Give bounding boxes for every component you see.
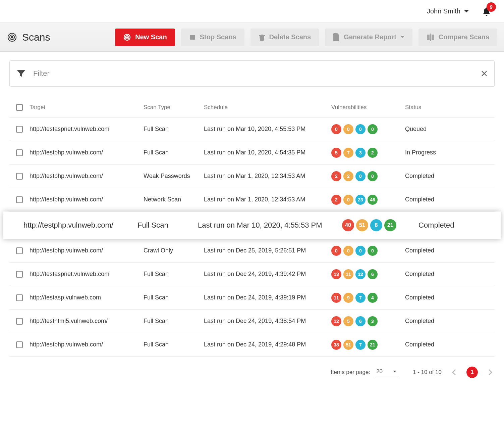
- cell-status: Completed: [405, 173, 495, 180]
- new-scan-button[interactable]: New Scan: [115, 29, 175, 46]
- compare-scans-button[interactable]: Compare Scans: [418, 29, 497, 46]
- cell-schedule: Last run on Mar 10, 2020, 4:54:35 PM: [204, 149, 331, 156]
- current-page-indicator[interactable]: 1: [466, 367, 478, 378]
- vuln-badge: 51: [343, 340, 353, 350]
- row-checkbox[interactable]: [16, 196, 23, 203]
- cell-status: Completed: [405, 271, 495, 278]
- vuln-badge: 21: [384, 219, 396, 231]
- row-checkbox[interactable]: [16, 318, 23, 325]
- cell-schedule: Last run on Dec 24, 2019, 4:39:42 PM: [204, 271, 331, 278]
- table-row[interactable]: http://testphp.vulnweb.com/Full ScanLast…: [9, 141, 495, 164]
- vuln-badge: 0: [331, 246, 341, 256]
- vuln-badge: 7: [343, 148, 353, 158]
- cell-schedule: Last run on Dec 24, 2019, 4:38:54 PM: [204, 318, 331, 325]
- compare-icon: [427, 34, 435, 41]
- cell-status: In Progress: [405, 149, 495, 156]
- cell-scan-type: Full Scan: [144, 149, 204, 156]
- items-per-page-select[interactable]: 20: [375, 368, 398, 377]
- vuln-badge: 6: [368, 269, 378, 279]
- scans-table: Target Scan Type Schedule Vulnerabilitie…: [9, 97, 495, 357]
- filter-input[interactable]: [33, 69, 477, 78]
- cell-schedule: Last run on Dec 25, 2019, 5:26:51 PM: [204, 247, 331, 254]
- table-row[interactable]: http://testhtml5.vulnweb.com/Full ScanLa…: [9, 310, 495, 333]
- cell-vulnerabilities: 11974: [331, 293, 405, 303]
- cell-scan-type: Weak Passwords: [144, 173, 204, 180]
- vuln-badge: 11: [331, 293, 341, 303]
- table-row[interactable]: http://testphp.vulnweb.com/Full ScanLast…: [9, 333, 495, 357]
- row-checkbox[interactable]: [16, 173, 23, 180]
- vuln-badge: 3: [355, 148, 366, 158]
- table-row[interactable]: http://testaspnet.vulnweb.comFull ScanLa…: [9, 263, 495, 286]
- vuln-badge: 5: [343, 316, 353, 326]
- generate-report-button[interactable]: Generate Report: [325, 29, 412, 46]
- vuln-badge: 0: [368, 246, 378, 256]
- top-bar: John Smith 9: [0, 0, 504, 23]
- vuln-badge: 0: [368, 171, 378, 181]
- close-icon: [481, 70, 488, 77]
- row-checkbox[interactable]: [16, 149, 23, 156]
- table-row[interactable]: http://testphp.vulnweb.com/Network ScanL…: [9, 188, 495, 211]
- stop-scans-button[interactable]: Stop Scans: [181, 29, 244, 46]
- vuln-badge: 21: [368, 340, 378, 350]
- filter-box: [9, 60, 495, 87]
- svg-point-2: [11, 36, 13, 38]
- vuln-badge: 7: [355, 293, 366, 303]
- table-row[interactable]: http://testasp.vulnweb.comFull ScanLast …: [9, 286, 495, 310]
- svg-point-5: [127, 37, 128, 38]
- vuln-badge: 2: [343, 171, 353, 181]
- prev-page-button[interactable]: [450, 367, 458, 378]
- delete-scans-button[interactable]: Delete Scans: [250, 29, 319, 46]
- vuln-badge: 0: [355, 246, 366, 256]
- vuln-badge: 11: [343, 269, 353, 279]
- chevron-right-icon: [488, 369, 493, 376]
- pagination-range: 1 - 10 of 10: [413, 369, 442, 376]
- vuln-badge: 0: [355, 171, 366, 181]
- clear-filter-button[interactable]: [481, 70, 488, 77]
- next-page-button[interactable]: [486, 367, 495, 378]
- row-checkbox[interactable]: [16, 247, 23, 254]
- table-row[interactable]: http://testphp.vulnweb.com/Weak Password…: [9, 164, 495, 188]
- notifications-button[interactable]: 9: [483, 7, 491, 16]
- scans-target-icon: [7, 32, 17, 43]
- cell-scan-type: Full Scan: [144, 318, 204, 325]
- cell-target: http://testasp.vulnweb.com: [30, 294, 144, 301]
- content-area: Target Scan Type Schedule Vulnerabilitie…: [0, 52, 504, 391]
- col-target: Target: [30, 104, 144, 111]
- select-all-checkbox[interactable]: [16, 104, 23, 111]
- cell-target: http://testphp.vulnweb.com/: [30, 341, 144, 348]
- vuln-badge: 4: [368, 293, 378, 303]
- cell-status: Completed: [405, 341, 495, 348]
- vuln-badge: 5: [331, 148, 341, 158]
- table-row[interactable]: http://testphp.vulnweb.com/Crawl OnlyLas…: [9, 239, 495, 263]
- cell-scan-type: Full Scan: [144, 294, 204, 301]
- caret-down-icon: [464, 10, 469, 13]
- cell-vulnerabilities: 3851721: [331, 340, 405, 350]
- table-row[interactable]: http://testaspnet.vulnweb.comFull ScanLa…: [9, 117, 495, 141]
- vuln-badge: 6: [355, 316, 366, 326]
- items-per-page-label: Items per page:: [331, 369, 370, 376]
- vuln-badge: 13: [331, 269, 341, 279]
- pagination: Items per page: 20 1 - 10 of 10 1: [9, 367, 495, 378]
- cell-schedule: Last run on Dec 24, 2019, 4:39:19 PM: [204, 294, 331, 301]
- vuln-badge: 23: [355, 195, 366, 205]
- new-scan-label: New Scan: [135, 33, 167, 41]
- cell-target: http://testaspnet.vulnweb.com: [30, 271, 144, 278]
- generate-report-label: Generate Report: [344, 33, 396, 41]
- cell-scan-type: Full Scan: [144, 126, 204, 133]
- cell-schedule: Last run on Mar 10, 2020, 4:55:53 PM: [204, 126, 331, 133]
- cell-status: Completed: [405, 196, 495, 203]
- row-checkbox[interactable]: [16, 294, 23, 301]
- cell-scan-type: Crawl Only: [144, 247, 204, 254]
- row-checkbox[interactable]: [16, 126, 23, 133]
- user-name: John Smith: [427, 7, 460, 15]
- vuln-badge: 0: [343, 246, 353, 256]
- row-checkbox[interactable]: [16, 271, 23, 278]
- cell-scan-type: Full Scan: [144, 271, 204, 278]
- vuln-badge: 51: [356, 219, 368, 231]
- vuln-badge: 12: [331, 316, 341, 326]
- cell-vulnerabilities: 2200: [331, 171, 405, 181]
- user-menu[interactable]: John Smith: [427, 7, 469, 15]
- row-checkbox[interactable]: [16, 341, 23, 348]
- table-row[interactable]: http://testphp.vulnweb.com/Full ScanLast…: [3, 211, 501, 239]
- cell-schedule: Last run on Dec 24, 2019, 4:29:48 PM: [204, 341, 331, 348]
